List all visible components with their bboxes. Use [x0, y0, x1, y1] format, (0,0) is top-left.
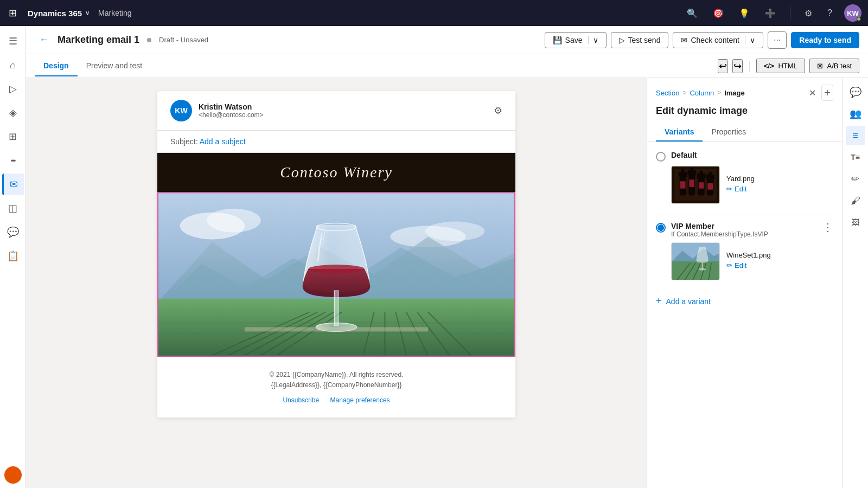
breadcrumb-sep1: >: [682, 89, 686, 97]
back-button[interactable]: ←: [35, 32, 53, 48]
sidebar-item-segments[interactable]: ◈: [2, 102, 24, 124]
footer-text-2: {{LegalAddress}}, {{CompanyPhoneNumber}}: [170, 380, 502, 390]
email-settings-icon[interactable]: ⚙: [494, 105, 502, 117]
far-right-personas-icon[interactable]: 👥: [846, 104, 865, 124]
sidebar-item-home[interactable]: ⌂: [2, 54, 24, 76]
manage-preferences-link[interactable]: Manage preferences: [330, 396, 390, 404]
email-footer: © 2021 {{CompanyName}}. All rights reser…: [157, 357, 515, 418]
sidebar-item-pages[interactable]: ◫: [2, 197, 24, 219]
sidebar-item-email[interactable]: ✉: [2, 174, 24, 195]
edit-icon-vip: ✏: [726, 261, 732, 269]
ab-test-button[interactable]: ⊠ A/B test: [809, 59, 859, 73]
email-image-section[interactable]: [157, 192, 515, 357]
svg-point-2: [207, 209, 260, 233]
top-navigation: ⊞ Dynamics 365 ∨ Marketing 🔍 🎯 💡 ➕ ⚙ ? K…: [0, 0, 868, 26]
footer-links: Unsubscribe Manage preferences: [170, 395, 502, 404]
sidebar-item-journey[interactable]: ▷: [2, 78, 24, 100]
email-subject: Subject: Add a subject: [157, 131, 515, 153]
svg-rect-44: [707, 183, 713, 190]
email-canvas[interactable]: KW Kristin Watson <hello@contoso.com> ⚙ …: [26, 78, 647, 488]
breadcrumb-section[interactable]: Section: [656, 89, 679, 97]
breadcrumb-current: Image: [724, 89, 745, 97]
ab-icon: ⊠: [817, 62, 823, 70]
tab-preview[interactable]: Preview and test: [78, 56, 151, 76]
add-variant-icon: +: [656, 296, 662, 307]
svg-point-4: [425, 222, 484, 241]
brand-name: Dynamics 365: [28, 9, 82, 18]
redo-button[interactable]: ↪: [732, 59, 743, 73]
settings-icon[interactable]: ⚙: [801, 5, 815, 22]
far-right-pen-icon[interactable]: ✏: [846, 169, 865, 189]
svg-point-22: [308, 265, 364, 273]
save-button[interactable]: 💾 Save ∨: [545, 32, 607, 48]
status-text: Draft - Unsaved: [159, 36, 208, 44]
variant-item-default: Default: [656, 151, 833, 204]
content-area: KW Kristin Watson <hello@contoso.com> ⚙ …: [26, 78, 868, 488]
search-icon[interactable]: 🔍: [684, 5, 701, 22]
far-right-panel: 💬 👥 ≡ T≡ ✏ 🖌 🖼: [842, 78, 868, 488]
sender-avatar: KW: [170, 100, 192, 121]
far-right-comments-icon[interactable]: 💬: [846, 82, 865, 102]
ready-to-send-button[interactable]: Ready to send: [791, 32, 859, 48]
sidebar-item-chat[interactable]: 💬: [2, 221, 24, 243]
html-button[interactable]: </> HTML: [756, 59, 805, 73]
svg-rect-43: [699, 182, 704, 189]
more-options-button[interactable]: ···: [768, 31, 787, 49]
svg-rect-24: [334, 291, 339, 326]
svg-rect-26: [245, 327, 428, 331]
variant-more-button[interactable]: ⋮: [822, 222, 833, 233]
check-content-icon: ✉: [681, 36, 687, 44]
tab-design[interactable]: Design: [35, 56, 78, 76]
check-content-button[interactable]: ✉ Check content ∨: [673, 32, 763, 48]
variant-radio-vip[interactable]: [656, 223, 666, 233]
waffle-icon[interactable]: ⊞: [7, 5, 19, 21]
vineyard-scene-svg: [158, 193, 514, 356]
variant-info-vip: VIP Member If Contact.MembershipType.IsV…: [671, 222, 817, 238]
variant-header-vip: VIP Member If Contact.MembershipType.IsV…: [656, 222, 833, 238]
panel-close-button[interactable]: ✕: [807, 86, 818, 100]
brand-logo[interactable]: Dynamics 365 ∨: [28, 9, 90, 18]
sidebar-item-list[interactable]: 📋: [2, 245, 24, 267]
sender-name: Kristin Watson: [199, 102, 487, 111]
variant-image-row-default: Yard.png ✏ Edit: [656, 166, 833, 204]
svg-rect-34: [690, 168, 693, 172]
unsubscribe-link[interactable]: Unsubscribe: [283, 396, 319, 404]
svg-rect-37: [700, 171, 703, 175]
svg-rect-53: [702, 262, 703, 269]
variant-file-info-vip: WineSet1.png ✏ Edit: [726, 251, 771, 272]
goal-icon[interactable]: 🎯: [710, 5, 727, 22]
variant-edit-vip[interactable]: ✏ Edit: [726, 259, 771, 272]
save-dropdown-icon[interactable]: ∨: [588, 36, 598, 44]
far-right-list-icon[interactable]: ≡: [846, 126, 865, 145]
tabs-bar: Design Preview and test ↩ ↪ </> HTML ⊠ A…: [26, 54, 868, 78]
sidebar-item-more[interactable]: •••: [2, 150, 24, 171]
far-right-brush-icon[interactable]: 🖌: [846, 191, 865, 210]
panel-add-button[interactable]: +: [821, 85, 833, 101]
avatar[interactable]: KW: [844, 4, 861, 22]
panel-tab-properties[interactable]: Properties: [703, 123, 755, 142]
test-send-button[interactable]: ▷ Test send: [611, 32, 669, 48]
undo-button[interactable]: ↩: [718, 59, 728, 73]
add-variant-button[interactable]: + Add a variant: [656, 291, 833, 311]
right-panel: Section > Column > Image ✕ + Edit dynami…: [647, 78, 842, 488]
sender-info: Kristin Watson <hello@contoso.com>: [199, 102, 487, 119]
variant-radio-default[interactable]: [656, 152, 666, 162]
breadcrumb-column[interactable]: Column: [690, 89, 714, 97]
main-image: [158, 193, 514, 356]
variant-edit-default[interactable]: ✏ Edit: [726, 183, 755, 195]
far-right-image-icon[interactable]: 🖼: [846, 213, 865, 232]
sidebar-item-nav-toggle[interactable]: ☰: [2, 30, 24, 52]
lightbulb-icon[interactable]: 💡: [736, 5, 753, 22]
variant-image-row-vip: WineSet1.png ✏ Edit: [656, 242, 833, 280]
sidebar-item-dashboard[interactable]: ⊞: [2, 126, 24, 147]
panel-tab-variants[interactable]: Variants: [656, 123, 703, 142]
add-icon[interactable]: ➕: [762, 5, 779, 22]
add-subject-link[interactable]: Add a subject: [200, 137, 246, 146]
variant-info-default: Default: [671, 151, 697, 159]
check-content-dropdown-icon[interactable]: ∨: [745, 36, 755, 44]
sidebar-item-bottom[interactable]: [4, 466, 22, 484]
breadcrumb-sep2: >: [717, 89, 721, 97]
help-icon[interactable]: ?: [824, 5, 835, 21]
email-wrapper: KW Kristin Watson <hello@contoso.com> ⚙ …: [157, 91, 515, 418]
far-right-text-icon[interactable]: T≡: [846, 147, 865, 167]
